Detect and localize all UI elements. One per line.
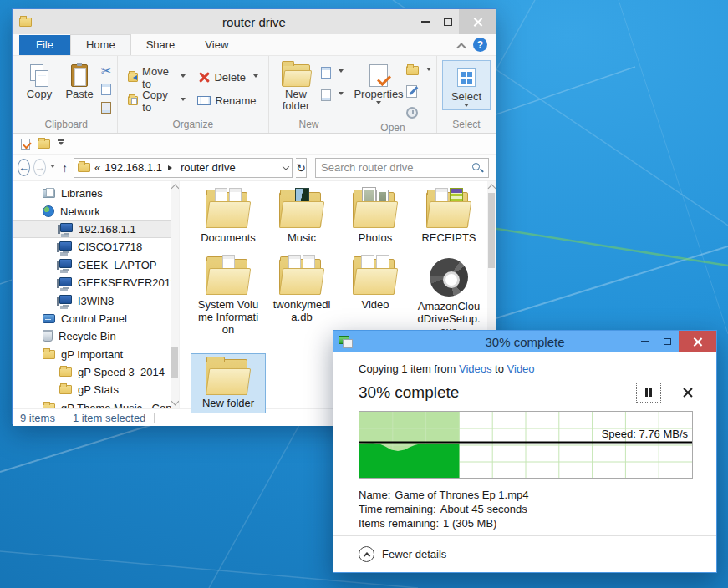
copy-to-button[interactable]: Copy to: [128, 93, 186, 109]
selection-count: 1 item selected: [73, 412, 145, 424]
group-label-organize[interactable]: Organize: [123, 117, 263, 133]
edit-button[interactable]: [406, 84, 431, 99]
ribbon-tabs: File Home Share View: [13, 34, 496, 56]
sidebar-scrollbar[interactable]: [171, 181, 179, 408]
file-item-new-folder[interactable]: New folder: [191, 353, 265, 422]
move-to-button[interactable]: Move to: [128, 69, 186, 85]
breadcrumb-prefix: «: [94, 161, 100, 174]
sidebar-item-gp-stats[interactable]: gP Stats: [13, 381, 179, 398]
dialog-maximize-button[interactable]: [656, 331, 679, 352]
documents-folder-icon: [206, 190, 251, 228]
address-box[interactable]: « 192.168.1.1 router drive: [74, 158, 293, 178]
help-icon[interactable]: [473, 38, 487, 52]
libraries-icon: [43, 189, 55, 198]
qat-new-folder-icon[interactable]: [38, 139, 50, 149]
minimize-icon: [421, 21, 430, 23]
scrollbar-thumb[interactable]: [488, 193, 495, 268]
sidebar-item-192-168-1-1[interactable]: 192.168.1.1: [13, 220, 179, 238]
search-input[interactable]: [321, 161, 468, 174]
destination-link[interactable]: Video: [507, 362, 535, 375]
scroll-up-icon: [487, 185, 496, 193]
sidebar-item-gp-theme-music-copy[interactable]: gP Theme Music - Copy: [13, 399, 179, 408]
sidebar-item-geek-laptop[interactable]: GEEK_LAPTOP: [13, 256, 179, 274]
quick-access-toolbar: [13, 134, 496, 155]
copy-path-button[interactable]: [101, 81, 112, 97]
new-folder-button[interactable]: New folder: [274, 60, 318, 112]
file-item-documents[interactable]: Documents: [191, 190, 265, 256]
computer-icon: [59, 295, 72, 304]
sidebar-item-cisco17718[interactable]: CISCO17718: [13, 238, 179, 256]
transfer-details: Name:Game of Thrones Ep 1.mp4 Time remai…: [359, 488, 716, 530]
file-item-receipts[interactable]: RECEIPTS: [412, 190, 486, 256]
sidebar-item-geekserver2011[interactable]: GEEKSERVER2011: [13, 274, 179, 291]
paste-shortcut-icon: [101, 102, 111, 114]
history-button[interactable]: [406, 104, 431, 120]
tab-view[interactable]: View: [190, 35, 243, 55]
recent-locations-icon[interactable]: [50, 165, 55, 170]
address-dropdown-icon[interactable]: [283, 163, 289, 170]
group-label-new[interactable]: New: [274, 117, 344, 133]
scroll-up-icon: [171, 185, 179, 193]
maximize-icon: [444, 18, 452, 26]
delete-icon: [197, 71, 210, 84]
back-button[interactable]: [18, 159, 30, 176]
cancel-copy-button[interactable]: [683, 388, 693, 398]
properties-button[interactable]: Properties: [354, 60, 403, 107]
qat-customize-icon[interactable]: [58, 139, 64, 148]
close-button[interactable]: [459, 9, 496, 34]
up-button[interactable]: [59, 161, 70, 175]
move-to-icon: [128, 73, 139, 82]
tab-share[interactable]: Share: [131, 35, 191, 55]
easy-access-button[interactable]: [321, 87, 344, 103]
breadcrumb-root[interactable]: 192.168.1.1: [104, 161, 162, 174]
speed-label: Speed: 7.76 MB/s: [602, 428, 689, 440]
sidebar-item-gp-speed-3-2014[interactable]: gP Speed 3_2014: [13, 363, 179, 381]
sidebar-item-recycle-bin[interactable]: Recycle Bin: [13, 327, 179, 345]
copy-button[interactable]: Copy: [21, 60, 58, 100]
minimize-button[interactable]: [414, 9, 436, 34]
group-label-select[interactable]: Select: [442, 117, 491, 133]
select-button[interactable]: Select: [448, 63, 485, 109]
qat-properties-icon[interactable]: [21, 139, 30, 150]
maximize-button[interactable]: [436, 9, 459, 34]
address-bar: « 192.168.1.1 router drive: [13, 155, 496, 181]
edit-icon: [406, 85, 417, 98]
sidebar-item-gp-important[interactable]: gP Important: [13, 346, 179, 363]
tab-home[interactable]: Home: [70, 34, 131, 55]
breadcrumb-current[interactable]: router drive: [181, 161, 236, 174]
scrollbar-thumb[interactable]: [171, 347, 178, 378]
sidebar-item-i3win8[interactable]: I3WIN8: [13, 291, 179, 309]
computer-icon: [59, 241, 72, 251]
fewer-details-button[interactable]: Fewer details: [333, 535, 716, 572]
group-label-clipboard[interactable]: Clipboard: [21, 117, 112, 133]
dialog-minimize-button[interactable]: [634, 331, 656, 352]
sidebar-item-control-panel[interactable]: Control Panel: [13, 310, 179, 327]
dialog-close-button[interactable]: [679, 331, 716, 352]
sidebar-item-network[interactable]: Network: [13, 202, 179, 220]
paste-button[interactable]: Paste: [61, 60, 98, 100]
file-item-music[interactable]: Music: [265, 190, 339, 256]
folder-icon: [43, 350, 55, 359]
search-icon[interactable]: [471, 162, 483, 174]
dialog-body: Copying 1 item from Videos to Video 30% …: [333, 352, 716, 530]
group-label-open[interactable]: Open: [354, 120, 431, 136]
refresh-button[interactable]: [296, 158, 307, 178]
tab-file[interactable]: File: [19, 35, 70, 55]
file-item-photos[interactable]: Photos: [339, 190, 412, 256]
cut-button[interactable]: [101, 63, 112, 79]
dialog-titlebar: 30% complete: [333, 331, 716, 352]
file-item-system-volume-information[interactable]: System Volume Information: [191, 256, 265, 353]
delete-button[interactable]: Delete: [197, 69, 258, 85]
new-item-button[interactable]: [321, 64, 344, 80]
minimize-ribbon-icon[interactable]: [456, 43, 466, 52]
percent-complete-label: 30% complete: [359, 383, 459, 402]
forward-button[interactable]: [33, 159, 46, 176]
copy-path-icon: [101, 84, 111, 95]
sidebar-item-libraries[interactable]: Libraries: [13, 185, 179, 202]
pause-button[interactable]: [636, 383, 661, 403]
rename-button[interactable]: Rename: [197, 93, 258, 109]
file-item-twonkymedia-db[interactable]: twonkymedia.db: [265, 256, 339, 353]
open-button[interactable]: [406, 63, 431, 79]
source-link[interactable]: Videos: [459, 362, 492, 375]
paste-shortcut-button[interactable]: [101, 99, 112, 115]
